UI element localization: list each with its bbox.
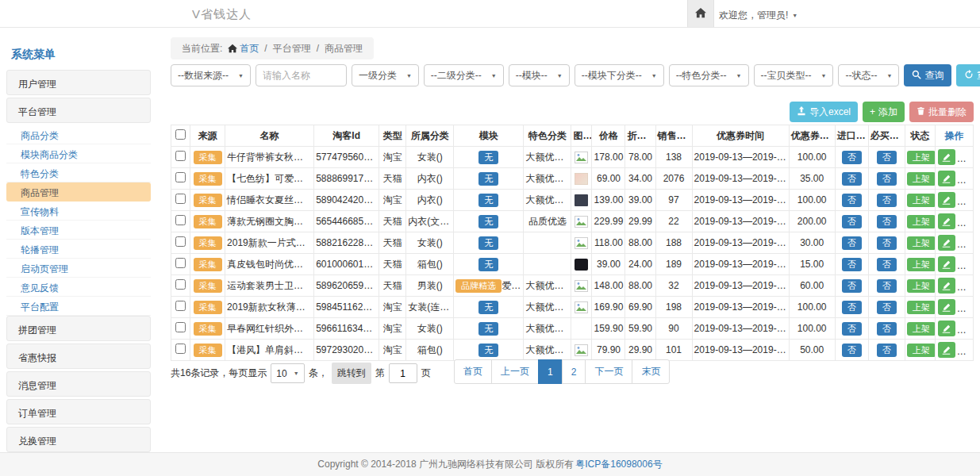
must-buy-toggle[interactable]: 否 — [877, 215, 897, 228]
edit-button[interactable] — [938, 299, 955, 315]
row-checkbox[interactable] — [175, 236, 186, 247]
row-checkbox[interactable] — [175, 194, 186, 204]
module-badge[interactable]: 无 — [478, 215, 498, 228]
status-toggle[interactable]: 上架 — [907, 301, 936, 314]
sidebar-item[interactable]: 平台配置 — [6, 297, 151, 316]
module-badge[interactable]: 无 — [478, 194, 498, 207]
module-badge[interactable]: 品牌精选 — [455, 279, 502, 293]
status-toggle[interactable]: 上架 — [907, 236, 936, 250]
module-badge[interactable]: 无 — [478, 344, 498, 357]
status-toggle[interactable]: 上架 — [907, 172, 936, 186]
edit-button[interactable] — [938, 278, 955, 294]
page-button[interactable]: 1 — [538, 359, 563, 384]
sidebar-item[interactable]: 启动页管理 — [6, 259, 151, 278]
page-button[interactable]: 2 — [562, 359, 586, 384]
sidebar-item[interactable]: 商品分类 — [6, 125, 151, 144]
edit-button[interactable] — [938, 213, 955, 229]
breadcrumb-home-link[interactable]: 首页 — [228, 42, 259, 56]
filter-select[interactable]: --状态-- ▼ — [838, 64, 899, 86]
must-buy-toggle[interactable]: 否 — [877, 322, 897, 336]
must-buy-toggle[interactable]: 否 — [877, 236, 897, 250]
page-button[interactable]: 末页 — [632, 359, 670, 384]
sidebar-item[interactable]: 用户管理 — [6, 70, 151, 95]
per-page-select[interactable]: 10 ▼ — [271, 363, 304, 383]
sidebar-item[interactable]: 消息管理 — [6, 371, 151, 397]
status-toggle[interactable]: 上架 — [907, 194, 936, 207]
must-buy-toggle[interactable]: 否 — [877, 301, 897, 314]
data-source-select[interactable]: --数据来源-- ▼ — [171, 64, 251, 86]
status-toggle[interactable]: 上架 — [907, 151, 936, 164]
search-button[interactable]: 查询 — [904, 64, 951, 86]
edit-button[interactable] — [938, 256, 955, 272]
import-select-toggle[interactable]: 否 — [842, 279, 862, 293]
import-select-toggle[interactable]: 否 — [842, 301, 862, 314]
select-all-checkbox[interactable] — [175, 129, 186, 140]
row-checkbox[interactable] — [175, 258, 186, 268]
must-buy-toggle[interactable]: 否 — [877, 172, 897, 186]
home-button[interactable] — [687, 0, 714, 27]
must-buy-toggle[interactable]: 否 — [877, 151, 897, 164]
jump-button[interactable]: 跳转到 — [332, 363, 371, 384]
import-select-toggle[interactable]: 否 — [842, 344, 862, 357]
add-button[interactable]: + 添加 — [863, 102, 905, 122]
module-badge[interactable]: 无 — [478, 322, 498, 336]
name-search-input[interactable] — [256, 64, 347, 86]
sidebar-item[interactable]: 轮播管理 — [6, 240, 151, 259]
sidebar-item[interactable]: 平台管理 — [6, 98, 151, 123]
status-toggle[interactable]: 上架 — [907, 344, 936, 357]
module-badge[interactable]: 无 — [478, 172, 498, 186]
row-checkbox[interactable] — [175, 172, 186, 182]
edit-button[interactable] — [938, 149, 955, 165]
sidebar-item[interactable]: 商品管理 — [6, 182, 151, 202]
import-select-toggle[interactable]: 否 — [842, 194, 862, 207]
page-button[interactable]: 首页 — [454, 359, 492, 384]
edit-button[interactable] — [938, 321, 955, 336]
row-checkbox[interactable] — [175, 322, 186, 332]
sidebar-item[interactable]: 省惠快报 — [6, 344, 151, 369]
filter-select[interactable]: --二级分类-- ▼ — [424, 64, 504, 86]
must-buy-toggle[interactable]: 否 — [877, 279, 897, 293]
row-checkbox[interactable] — [175, 301, 186, 311]
filter-select[interactable]: --模块下分类-- ▼ — [575, 64, 664, 86]
status-toggle[interactable]: 上架 — [907, 322, 936, 336]
import-excel-button[interactable]: 导入excel — [790, 102, 858, 122]
sidebar-item[interactable]: 意见反馈 — [6, 278, 151, 297]
filter-select[interactable]: 一级分类 ▼ — [352, 64, 419, 86]
sidebar-item[interactable]: 宣传物料 — [6, 202, 151, 221]
user-menu[interactable]: 欢迎您，管理员! ▼ — [719, 9, 797, 22]
row-checkbox[interactable] — [175, 151, 186, 161]
edit-button[interactable] — [938, 235, 955, 251]
status-toggle[interactable]: 上架 — [907, 215, 936, 228]
must-buy-toggle[interactable]: 否 — [877, 344, 897, 357]
page-button[interactable]: 下一页 — [585, 359, 632, 384]
status-toggle[interactable]: 上架 — [907, 258, 936, 271]
module-badge[interactable]: 无 — [478, 258, 498, 271]
row-checkbox[interactable] — [175, 279, 186, 290]
module-badge[interactable]: 无 — [478, 236, 498, 250]
module-badge[interactable]: 无 — [478, 151, 498, 164]
sidebar-item[interactable]: 兑换管理 — [6, 427, 151, 452]
import-select-toggle[interactable]: 否 — [842, 151, 862, 164]
sidebar-item[interactable]: 拼团管理 — [6, 316, 151, 341]
edit-button[interactable] — [938, 192, 955, 208]
row-checkbox[interactable] — [175, 344, 186, 354]
sidebar-item[interactable]: 版本管理 — [6, 221, 151, 240]
import-select-toggle[interactable]: 否 — [842, 215, 862, 228]
module-badge[interactable]: 无 — [478, 301, 498, 314]
page-button[interactable]: 上一页 — [491, 359, 539, 384]
sidebar-item[interactable]: 订单管理 — [6, 399, 151, 424]
edit-button[interactable] — [938, 171, 955, 186]
status-toggle[interactable]: 上架 — [907, 279, 936, 293]
row-checkbox[interactable] — [175, 215, 186, 225]
sidebar-item[interactable]: 特色分类 — [6, 163, 151, 182]
import-select-toggle[interactable]: 否 — [842, 322, 862, 336]
filter-select[interactable]: --模块-- ▼ — [509, 64, 570, 86]
import-select-toggle[interactable]: 否 — [842, 172, 862, 186]
must-buy-toggle[interactable]: 否 — [877, 194, 897, 207]
reset-button[interactable]: 重置 — [956, 64, 980, 86]
import-select-toggle[interactable]: 否 — [842, 236, 862, 250]
batch-delete-button[interactable]: 批量删除 — [909, 102, 974, 122]
must-buy-toggle[interactable]: 否 — [877, 258, 897, 271]
edit-button[interactable] — [938, 342, 955, 358]
sidebar-item[interactable]: 模块商品分类 — [6, 144, 151, 163]
